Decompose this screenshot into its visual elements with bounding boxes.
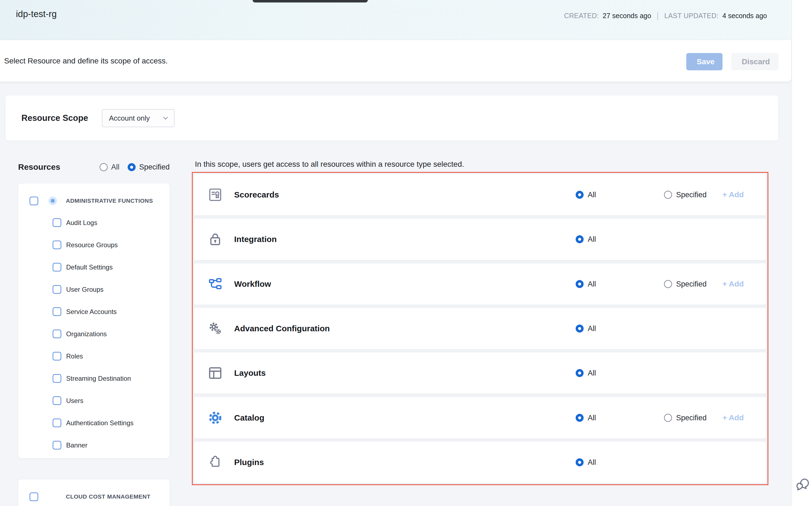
save-button[interactable]: Save [686, 53, 722, 70]
row-specified-option[interactable]: Specified [664, 280, 707, 288]
resource-item: Users [53, 390, 170, 412]
row-label: Workflow [234, 279, 271, 289]
resources-header: Resources All Specified [18, 158, 170, 176]
row-specified-label: Specified [676, 191, 707, 199]
resource-scope-dropdown[interactable]: Account only [102, 109, 175, 127]
resource-item: Default Settings [53, 256, 170, 278]
row-all-option[interactable]: All [576, 458, 596, 467]
row-all-radio[interactable] [576, 235, 584, 243]
item-checkbox[interactable] [53, 396, 61, 405]
group-label: CLOUD COST MANAGEMENT [66, 493, 150, 500]
resource-scope-label: Resource Scope [21, 113, 88, 123]
row-all-option[interactable]: All [576, 413, 596, 422]
item-label: Banner [66, 441, 87, 449]
row-all-option[interactable]: All [576, 235, 596, 244]
item-label: Roles [66, 352, 83, 360]
resource-group-header: $ CLOUD COST MANAGEMENT [30, 488, 170, 506]
page-header-banner: idp-test-rg CREATED: 27 seconds ago | LA… [0, 0, 791, 40]
row-all-option[interactable]: All [576, 280, 596, 288]
resource-item: User Groups [53, 278, 170, 301]
row-all-label: All [588, 324, 596, 333]
group-checkbox[interactable] [30, 493, 38, 501]
resource-group-header: ADMINISTRATIVE FUNCTIONS [30, 192, 170, 210]
resource-type-row: Plugins All [194, 442, 766, 483]
item-checkbox[interactable] [53, 374, 61, 383]
group-checkbox[interactable] [30, 197, 38, 205]
chat-help-icon[interactable] [794, 476, 810, 492]
chevron-down-icon [162, 114, 170, 122]
item-checkbox[interactable] [53, 285, 61, 293]
timestamp-divider: | [655, 11, 661, 20]
resources-all-radio-option[interactable]: All [100, 163, 119, 171]
item-checkbox[interactable] [53, 308, 61, 316]
item-checkbox[interactable] [53, 419, 61, 427]
group-label: ADMINISTRATIVE FUNCTIONS [66, 197, 153, 204]
scope-intro-text: In this scope, users get access to all r… [195, 160, 464, 169]
resource-scope-card: Resource Scope Account only [5, 96, 778, 141]
resources-specified-radio-option[interactable]: Specified [128, 163, 170, 171]
row-specified-radio[interactable] [664, 414, 672, 422]
item-checkbox[interactable] [53, 241, 61, 249]
resource-item: Audit Logs [53, 212, 170, 234]
last-updated-label: LAST UPDATED: [664, 12, 718, 20]
resource-item: Roles [53, 345, 170, 367]
all-radio[interactable] [100, 163, 108, 171]
row-all-label: All [588, 235, 596, 244]
row-all-radio[interactable] [576, 324, 584, 332]
specified-radio[interactable] [128, 163, 135, 171]
row-all-radio[interactable] [576, 280, 584, 288]
row-all-option[interactable]: All [576, 191, 596, 199]
toolbar-description: Select Resource and define its scope of … [4, 57, 168, 65]
resource-type-row: Integration All [194, 219, 766, 260]
item-label: Organizations [66, 330, 107, 338]
row-all-option[interactable]: All [576, 369, 596, 377]
row-specified-label: Specified [676, 413, 707, 422]
workflow-icon [208, 277, 223, 291]
row-label: Catalog [234, 413, 264, 422]
last-updated-value: 4 seconds ago [722, 12, 767, 20]
resource-type-row: Advanced Configuration All [194, 308, 766, 349]
scorecards-icon [208, 187, 223, 202]
item-checkbox[interactable] [53, 352, 61, 360]
row-all-option[interactable]: All [576, 324, 596, 333]
row-specified-option[interactable]: Specified [664, 413, 707, 422]
add-link[interactable]: + Add [722, 190, 744, 199]
admin-gear-icon [48, 196, 58, 205]
row-all-radio[interactable] [576, 458, 584, 466]
row-label: Advanced Configuration [234, 324, 330, 333]
resource-group: ADMINISTRATIVE FUNCTIONS Audit Logs Reso… [18, 192, 170, 456]
row-specified-radio[interactable] [664, 191, 672, 199]
timestamps: CREATED: 27 seconds ago | LAST UPDATED: … [564, 11, 767, 20]
row-specified-label: Specified [676, 280, 707, 288]
resource-item: Service Accounts [53, 301, 170, 323]
item-label: Audit Logs [66, 219, 97, 227]
item-label: User Groups [66, 286, 103, 293]
item-checkbox[interactable] [53, 330, 61, 338]
advanced-config-gears-icon [208, 321, 223, 336]
row-specified-option[interactable]: Specified [664, 191, 707, 199]
resource-item: Banner [53, 434, 170, 456]
item-label: Service Accounts [66, 308, 117, 316]
row-all-label: All [588, 413, 596, 422]
row-all-radio[interactable] [576, 191, 584, 199]
svg-text:$: $ [52, 495, 54, 499]
discard-button[interactable]: Discard [731, 53, 779, 70]
add-link[interactable]: + Add [722, 280, 744, 288]
resources-title: Resources [18, 162, 60, 172]
resource-item: Organizations [53, 323, 170, 345]
row-all-radio[interactable] [576, 369, 584, 377]
resource-type-row: Workflow All Specified + Add [194, 263, 766, 305]
created-value: 27 seconds ago [603, 12, 651, 20]
resource-item: Streaming Destination [53, 367, 170, 390]
all-radio-label: All [111, 163, 119, 171]
item-label: Resource Groups [66, 241, 118, 249]
layouts-icon [208, 366, 223, 381]
resource-type-row: Catalog All Specified + Add [194, 397, 766, 438]
item-checkbox[interactable] [53, 219, 61, 227]
add-link[interactable]: + Add [722, 413, 744, 422]
row-label: Plugins [234, 458, 264, 467]
row-all-radio[interactable] [576, 414, 584, 422]
row-specified-radio[interactable] [664, 280, 672, 288]
item-checkbox[interactable] [53, 441, 61, 449]
item-checkbox[interactable] [53, 263, 61, 271]
